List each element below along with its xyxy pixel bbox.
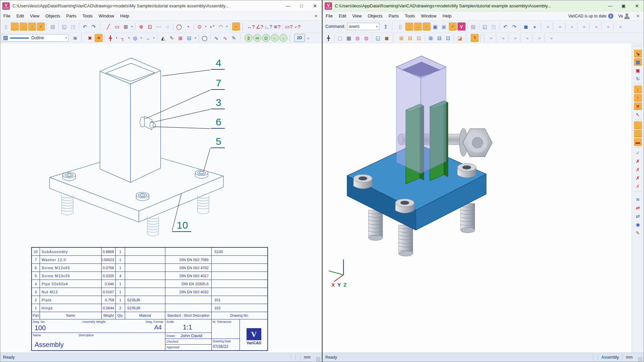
sphere-view-icon[interactable]: ● xyxy=(531,22,539,31)
units-indicator[interactable]: mm xyxy=(300,354,314,360)
import-model-icon[interactable]: ↓ xyxy=(634,85,642,93)
resize-grip[interactable] xyxy=(638,357,643,362)
undo-icon[interactable]: ↶ xyxy=(501,22,509,31)
circle-center-radius-icon[interactable]: ⊙ xyxy=(196,22,204,31)
insert-symbol-icon[interactable]: ⊡ xyxy=(146,22,154,31)
spline-edit-icon[interactable]: ✎ xyxy=(230,34,238,42)
change-attributes-icon[interactable]: → xyxy=(144,34,152,42)
section-icon[interactable]: ◪ xyxy=(456,34,464,42)
measure-angle-icon[interactable]: ∠? xyxy=(256,22,264,31)
rectangle-icon[interactable]: ▭ xyxy=(113,22,121,31)
export-command-icon[interactable]: ↥ xyxy=(382,22,390,31)
axes-3d-icon[interactable]: ╋ xyxy=(324,34,332,42)
attributes-icon[interactable]: ✎ xyxy=(634,229,642,237)
new-drawing-icon[interactable]: ▯ xyxy=(2,22,10,31)
points-arc-icon[interactable]: ∘° xyxy=(208,22,216,31)
print-icon[interactable]: ▤ xyxy=(49,22,57,31)
user-avatar-icon[interactable] xyxy=(624,13,630,19)
visibility-icon[interactable]: ◉ xyxy=(634,221,642,228)
measure-layers-icon[interactable]: ≋? xyxy=(273,22,281,31)
measure-area-icon[interactable]: ⌐? xyxy=(293,22,302,31)
zoom-rectangle-icon[interactable]: ▭ xyxy=(253,34,261,42)
mirror-icon[interactable]: ◭ xyxy=(159,34,167,42)
delete-block-icon[interactable]: ✕ xyxy=(95,34,103,42)
measure-coordinates-icon[interactable]: ∟? xyxy=(264,22,272,31)
redo-icon[interactable]: ↷ xyxy=(510,22,518,31)
edit-tools-icon[interactable]: ✎ xyxy=(168,34,176,42)
menu-item[interactable]: Window xyxy=(96,13,117,18)
minimize-button[interactable]: — xyxy=(603,0,617,11)
menu-item[interactable]: Parts xyxy=(385,13,401,18)
delete-icon[interactable]: ✖ xyxy=(86,34,94,42)
color-palette-icon[interactable]: ◍ xyxy=(131,34,139,42)
copy-icon[interactable]: ◱ xyxy=(481,22,489,31)
boolean-subtract-icon[interactable]: ⊟ xyxy=(406,34,414,42)
spline-insert-icon[interactable]: ∿ xyxy=(221,34,229,42)
menu-item[interactable]: File xyxy=(0,13,13,18)
center-cross-icon[interactable]: ⊕ xyxy=(137,22,145,31)
insert-frame-icon[interactable]: ⊞ xyxy=(176,34,184,42)
export-model-icon[interactable]: ↑ xyxy=(634,94,642,102)
copy-with-base-icon[interactable]: ◳ xyxy=(490,22,498,31)
boolean-intersect-keep-icon[interactable]: ⊡ xyxy=(444,34,452,42)
dimension-folder-icon[interactable]: ⌐ xyxy=(232,22,240,31)
load-file-icon[interactable]: ↑ xyxy=(423,22,431,31)
cancel-all-icon[interactable]: ✗ xyxy=(634,166,642,173)
solid-info-icon[interactable]: ? xyxy=(471,34,479,42)
palette-2-icon[interactable]: ◍ xyxy=(362,34,370,42)
measure-distance-icon[interactable]: ↔? xyxy=(247,22,255,31)
save-check-icon[interactable]: ✓ xyxy=(449,22,457,31)
confirm-icon[interactable]: ✓ xyxy=(634,149,642,157)
palette-1-icon[interactable]: ◍ xyxy=(354,34,362,42)
menu-item[interactable]: View xyxy=(27,13,42,18)
print-icon[interactable]: ▤ xyxy=(469,22,477,31)
refresh-view-icon[interactable]: ↻ xyxy=(634,75,642,82)
open-recent-icon[interactable]: ← xyxy=(19,22,28,31)
open-file-icon[interactable] xyxy=(405,22,413,31)
redo-icon[interactable]: ↷ xyxy=(90,22,98,31)
solid-view-icon[interactable]: ◼ xyxy=(522,22,530,31)
boolean-intersect-icon[interactable]: ⊡ xyxy=(415,34,423,42)
menu-item[interactable]: Edit xyxy=(336,13,349,18)
zoom-previous-icon[interactable]: ← xyxy=(271,34,279,42)
line-icon[interactable]: ╱ xyxy=(104,22,112,31)
modify-solid-icon[interactable]: ▣ xyxy=(634,66,642,74)
part-open-icon[interactable]: ▦ xyxy=(634,58,642,66)
circle-icon[interactable]: ◯ xyxy=(175,22,183,31)
swap-solids-icon[interactable]: ⇄ xyxy=(634,204,642,212)
measure-rectangle-icon[interactable]: ▭? xyxy=(285,22,293,31)
document-name-indicator[interactable]: Assembly xyxy=(598,354,622,360)
zoom-all-icon[interactable]: ◻ xyxy=(262,34,270,42)
cancel-step-icon[interactable]: ✗ xyxy=(634,174,642,182)
close-model-icon[interactable]: ✕ xyxy=(634,102,642,110)
model-canvas-3d[interactable]: XYZ xyxy=(323,43,632,353)
open-recent-icon[interactable]: ← xyxy=(414,22,422,31)
fillet-icon[interactable]: ┐ xyxy=(119,34,127,42)
resize-grip[interactable] xyxy=(316,357,321,362)
units-indicator[interactable]: mm xyxy=(622,354,636,360)
replace-solid-icon[interactable]: ↖ xyxy=(634,111,642,118)
zoom-next-icon[interactable]: → xyxy=(279,34,287,42)
zoom-window-icon[interactable]: ▯ xyxy=(245,34,253,42)
dashed-circle-icon[interactable]: ◌ xyxy=(163,22,171,31)
note-import-icon[interactable]: ▬ xyxy=(634,121,642,129)
menu-item[interactable]: Tools xyxy=(402,13,418,18)
points-icon[interactable]: ⋯ xyxy=(155,22,163,31)
swap-views-icon[interactable]: ⇄ xyxy=(634,212,642,220)
document-close-icon[interactable]: ✕ xyxy=(310,14,322,18)
save-as-icon[interactable]: ▣ xyxy=(440,22,448,31)
note-delete-icon[interactable]: ▬ xyxy=(634,138,642,146)
boolean-union-icon[interactable]: ⊞ xyxy=(397,34,406,42)
restore-button[interactable]: ▣ xyxy=(617,0,630,11)
menu-item[interactable]: Parts xyxy=(63,13,79,18)
minimize-button[interactable]: — xyxy=(281,0,295,11)
menu-item[interactable]: Tools xyxy=(79,13,96,18)
menu-item[interactable]: Help xyxy=(439,13,454,18)
close-button[interactable]: ✕ xyxy=(630,0,644,11)
menu-item[interactable]: View xyxy=(349,13,365,18)
copy-with-base-icon[interactable]: ◳ xyxy=(69,22,77,31)
maximize-button[interactable]: □ xyxy=(295,0,308,11)
cancel-selection-icon[interactable]: ✗ xyxy=(634,182,642,190)
command-input-value[interactable]: ovwro xyxy=(349,24,375,29)
new-file-icon[interactable]: ▯ xyxy=(396,22,405,31)
